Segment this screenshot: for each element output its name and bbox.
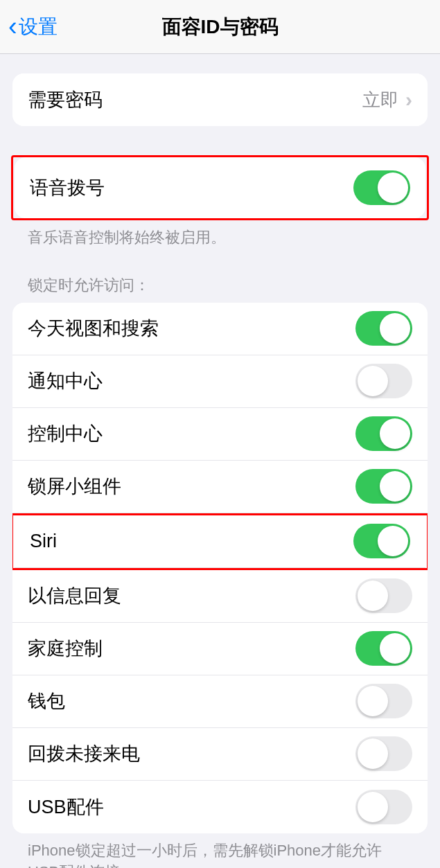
list-item: Siri [15,515,425,568]
item-toggle[interactable] [353,524,410,558]
item-toggle[interactable] [355,469,412,504]
item-label: 今天视图和搜索 [28,316,159,341]
highlight-siri: Siri [12,513,428,570]
item-label: 家庭控制 [28,636,103,661]
list-item: 今天视图和搜索 [12,303,428,355]
voice-dial-group: 语音拨号 [15,157,425,218]
voice-dial-toggle[interactable] [353,170,410,205]
list-item: 回拨未接来电 [12,728,428,781]
chevron-right-icon: › [405,88,412,112]
highlight-voice-dial: 语音拨号 [11,155,429,220]
item-toggle[interactable] [355,736,412,771]
item-label: 回拨未接来电 [28,741,140,766]
nav-header: ‹ 设置 面容ID与密码 [0,0,440,54]
list-item: 家庭控制 [12,623,428,675]
item-toggle[interactable] [355,631,412,666]
item-toggle[interactable] [355,578,412,613]
item-toggle[interactable] [355,364,412,398]
list-item: 钱包 [12,675,428,728]
list-item: 控制中心 [12,408,428,461]
item-toggle[interactable] [355,311,412,346]
item-label: 锁屏小组件 [28,474,121,499]
item-label: 通知中心 [28,369,103,393]
item-label: Siri [30,531,57,552]
page-title: 面容ID与密码 [162,14,279,40]
item-toggle[interactable] [355,416,412,451]
list-item: 以信息回复 [12,570,428,623]
item-toggle[interactable] [355,684,412,718]
voice-dial-label: 语音拨号 [30,175,105,200]
chevron-left-icon: ‹ [8,12,17,42]
require-passcode-label: 需要密码 [28,87,103,112]
item-label: USB配件 [28,795,104,820]
require-passcode-value: 立即 [362,88,398,112]
back-button[interactable]: ‹ 设置 [0,12,58,42]
locked-access-header: 锁定时允许访问： [12,275,428,303]
list-item: 通知中心 [12,355,428,408]
locked-access-footer: iPhone锁定超过一小时后，需先解锁iPhone才能允许USB配件连接。 [12,833,428,868]
voice-dial-row: 语音拨号 [15,157,425,218]
back-label: 设置 [19,14,58,40]
list-item: 锁屏小组件 [12,461,428,513]
item-label: 以信息回复 [28,583,121,608]
item-label: 控制中心 [28,421,103,446]
locked-access-group: 今天视图和搜索 通知中心 控制中心 锁屏小组件 Siri 以信息回复 家庭控制 [12,303,428,833]
list-item: USB配件 [12,781,428,833]
require-passcode-row[interactable]: 需要密码 立即 › [12,73,428,126]
item-label: 钱包 [28,689,65,714]
item-toggle[interactable] [355,790,412,824]
require-passcode-group: 需要密码 立即 › [12,73,428,126]
voice-dial-footer: 音乐语音控制将始终被启用。 [12,220,428,249]
